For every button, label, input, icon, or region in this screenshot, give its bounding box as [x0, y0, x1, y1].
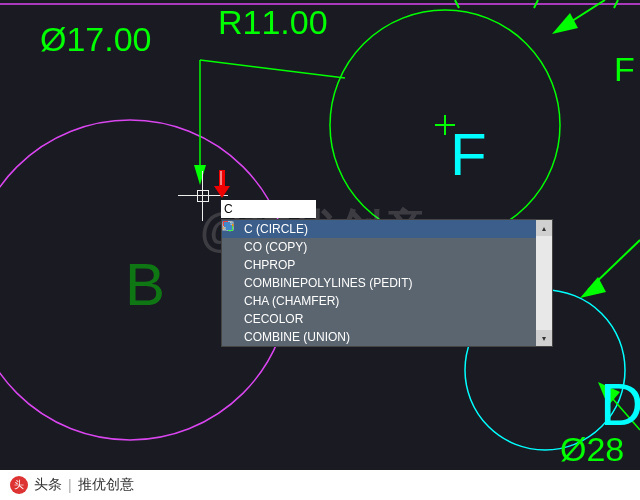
- autocomplete-item-label: CHA (CHAMFER): [244, 294, 339, 308]
- cad-drawing-canvas[interactable]: Ø17.00 R11.00 F Ø28 F D B @推优创意 C (CIRCL…: [0, 0, 640, 470]
- color-icon: [226, 312, 240, 326]
- autocomplete-item-label: COMBINE (UNION): [244, 330, 350, 344]
- copy-icon: [226, 240, 240, 254]
- autocomplete-item-label: COMBINEPOLYLINES (PEDIT): [244, 276, 412, 290]
- svg-rect-20: [220, 171, 222, 185]
- svg-marker-12: [580, 277, 606, 298]
- toutiao-logo-icon: 头: [10, 476, 28, 494]
- footer-author: 推优创意: [78, 476, 134, 494]
- autocomplete-item-chamfer[interactable]: CHA (CHAMFER): [222, 292, 536, 310]
- dimension-radius-11: R11.00: [218, 3, 328, 42]
- autocomplete-item-label: CHPROP: [244, 258, 295, 272]
- svg-marker-10: [552, 13, 578, 34]
- properties-icon: [226, 258, 240, 272]
- autocomplete-item-cecolor[interactable]: CECOLOR: [222, 310, 536, 328]
- svg-marker-19: [214, 186, 230, 198]
- autocomplete-item-circle[interactable]: C (CIRCLE): [222, 220, 536, 238]
- letter-b-partial: B: [125, 250, 165, 319]
- scroll-up-button[interactable]: ▴: [536, 220, 552, 236]
- autocomplete-dropdown: C (CIRCLE) CO (COPY) CHPROP COMBINEPOLYL…: [221, 219, 553, 347]
- autocomplete-scrollbar[interactable]: ▴ ▾: [536, 220, 552, 346]
- autocomplete-item-label: CO (COPY): [244, 240, 307, 254]
- letter-f: F: [450, 120, 487, 189]
- footer-separator: |: [68, 477, 72, 493]
- svg-line-6: [200, 60, 345, 78]
- letter-d: D: [600, 370, 640, 439]
- footer-attribution: 头 头条 | 推优创意: [0, 470, 640, 500]
- svg-marker-8: [194, 165, 206, 185]
- command-input[interactable]: [221, 200, 316, 218]
- chamfer-icon: [226, 294, 240, 308]
- dimension-right-f: F: [614, 50, 635, 89]
- autocomplete-item-combine[interactable]: COMBINE (UNION): [222, 328, 536, 346]
- scroll-down-button[interactable]: ▾: [536, 330, 552, 346]
- pick-box: [197, 190, 209, 202]
- autocomplete-item-combinepolylines[interactable]: COMBINEPOLYLINES (PEDIT): [222, 274, 536, 292]
- autocomplete-item-copy[interactable]: CO (COPY): [222, 238, 536, 256]
- autocomplete-item-label: C (CIRCLE): [244, 222, 308, 236]
- dimension-diameter-17: Ø17.00: [40, 20, 152, 59]
- autocomplete-item-chprop[interactable]: CHPROP: [222, 256, 536, 274]
- footer-source-label: 头条: [34, 476, 62, 494]
- union-icon: [226, 330, 240, 344]
- autocomplete-list: C (CIRCLE) CO (COPY) CHPROP COMBINEPOLYL…: [222, 220, 536, 346]
- autocomplete-item-label: CECOLOR: [244, 312, 303, 326]
- polyline-icon: [226, 276, 240, 290]
